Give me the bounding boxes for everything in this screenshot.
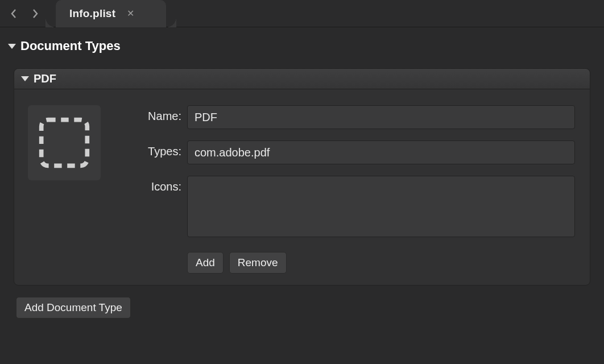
document-type-panel: PDF Name: Types: Icons: Add Remove (14, 68, 590, 286)
tab-bar: Info.plist ✕ (0, 0, 604, 27)
icons-well[interactable] (187, 176, 575, 237)
add-icon-button[interactable]: Add (187, 252, 224, 274)
types-label: Types: (119, 140, 181, 158)
icons-label: Icons: (119, 176, 181, 193)
placeholder-icon (37, 115, 92, 170)
document-types-section: Document Types PDF Name: Types: Icons: A… (0, 27, 604, 329)
remove-icon-button[interactable]: Remove (229, 252, 287, 274)
close-icon[interactable]: ✕ (123, 8, 138, 19)
name-input[interactable] (187, 105, 575, 129)
types-input[interactable] (187, 140, 575, 164)
section-title: Document Types (20, 39, 121, 53)
add-document-type-button[interactable]: Add Document Type (16, 297, 131, 318)
tab-info-plist[interactable]: Info.plist ✕ (56, 0, 166, 27)
name-label: Name: (119, 105, 181, 123)
disclosure-triangle-icon (21, 76, 29, 81)
document-icon-well[interactable] (28, 105, 101, 180)
document-type-header[interactable]: PDF (14, 69, 590, 89)
document-type-title: PDF (34, 72, 56, 85)
section-header[interactable]: Document Types (8, 39, 596, 64)
svg-rect-0 (42, 120, 88, 166)
nav-forward-button[interactable] (30, 8, 41, 19)
nav-back-button[interactable] (8, 8, 19, 19)
tab-title: Info.plist (69, 7, 115, 20)
disclosure-triangle-icon (8, 44, 16, 49)
